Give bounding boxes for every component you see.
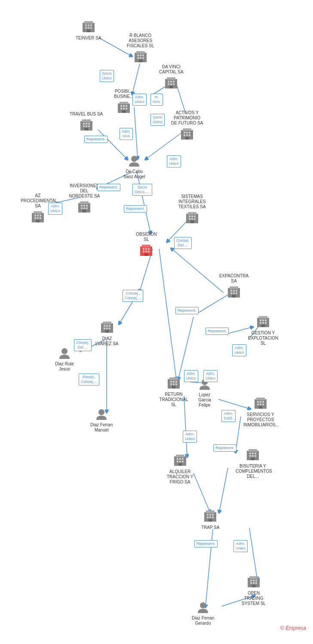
svg-rect-72	[86, 125, 87, 127]
svg-rect-134	[109, 325, 110, 327]
svg-line-27	[249, 528, 257, 579]
badge-adm-solid: Adm.Solid.	[221, 410, 236, 422]
label-sistemas-top: SISTEMASINTEGRALESTEXTILES SA	[178, 194, 206, 210]
svg-rect-38	[87, 30, 90, 32]
node-activos: ACTIVOS YPATRIMONIODE FUTURO SA	[171, 109, 203, 142]
svg-rect-137	[109, 328, 110, 329]
svg-rect-128	[236, 292, 237, 294]
label-davinci-top: DA VINCICAPITAL SA	[159, 64, 184, 75]
badge-adm-unico-gestion: Adm.Unico	[232, 344, 246, 356]
svg-rect-176	[182, 461, 184, 462]
node-teinver: TEINVER SA	[76, 19, 101, 41]
label-bisuteria: BISUTERIA YCOMPLEMENTOSDEL...	[236, 464, 270, 479]
label-diazrute: Diaz RuteJesus	[55, 361, 74, 372]
badge-presid-consej: Presid.,Consej....	[79, 374, 99, 386]
svg-line-26	[219, 468, 228, 512]
svg-rect-74	[85, 128, 88, 131]
svg-rect-163	[260, 401, 261, 403]
svg-rect-78	[186, 132, 188, 134]
badge-adm-unico-pos2: m.nico.	[150, 94, 163, 106]
label-lopezgarcia: LopezGarciaFelipe	[198, 392, 211, 408]
node-diazrute: Diaz RuteJesus	[55, 347, 74, 372]
svg-point-140	[98, 409, 104, 415]
svg-rect-83	[185, 137, 189, 140]
label-diazlvarez: DIAZLVAREZ SA	[95, 336, 119, 346]
svg-rect-203	[255, 582, 257, 584]
svg-rect-53	[168, 83, 169, 85]
person-icon-diazrute	[58, 347, 71, 361]
label-servicios: SERVICIOS YPROYECTOSINMOBILIARIOS...	[243, 412, 278, 428]
svg-rect-143	[170, 381, 172, 383]
svg-rect-82	[189, 134, 190, 136]
badge-represent-gestion: Represent.	[206, 328, 229, 335]
svg-rect-136	[106, 328, 108, 329]
building-icon-teinver	[81, 19, 96, 35]
svg-rect-200	[255, 580, 257, 581]
label-obsidion-top: OBSIDIONSL	[136, 232, 157, 242]
svg-rect-120	[144, 253, 148, 256]
building-icon-gestion	[255, 314, 271, 330]
badge-socio-unico-1: SocioÚnico	[100, 70, 114, 82]
svg-rect-152	[259, 316, 267, 319]
node-servicios: SERVICIOS YPROYECTOSINMOBILIARIOS...	[243, 396, 278, 428]
svg-rect-146	[170, 383, 172, 385]
svg-rect-117	[143, 251, 144, 252]
label-teinver: TEINVER SA	[76, 36, 101, 41]
svg-rect-165	[257, 404, 259, 405]
svg-rect-87	[81, 205, 83, 207]
building-icon-diazlvarez	[99, 320, 115, 335]
svg-rect-184	[252, 455, 254, 457]
svg-rect-156	[260, 322, 261, 324]
svg-rect-50	[168, 81, 169, 82]
svg-line-13	[120, 301, 133, 323]
svg-rect-161	[256, 398, 265, 400]
badge-adm-unico-trap: Adm.Unico	[233, 540, 248, 552]
label-travelbus-top: TRAVEL BUS SA	[70, 112, 103, 117]
svg-rect-76	[183, 128, 191, 131]
svg-rect-113	[142, 245, 150, 247]
diagram-container: TEINVER SA R BLANCOASESORESFISCALES SL D…	[0, 0, 313, 635]
node-lopezgarcia: LopezGarciaFelipe	[198, 378, 212, 408]
svg-rect-162	[257, 401, 259, 403]
building-icon-bisuteria	[245, 447, 261, 463]
svg-rect-40	[136, 51, 145, 54]
label-alquiler: ALQUILERTRACCION YFRIGO SA	[167, 469, 193, 485]
label-posibilidad-top: POSIBI...BUSINE...	[114, 89, 134, 99]
svg-rect-51	[170, 81, 172, 82]
svg-rect-52	[173, 81, 175, 82]
svg-line-25	[193, 473, 210, 512]
svg-rect-67	[82, 119, 91, 122]
svg-rect-93	[83, 210, 86, 213]
node-obsidion: OBSIDIONSL	[136, 231, 157, 258]
building-icon-rblanco	[133, 49, 148, 65]
svg-rect-175	[179, 461, 181, 462]
node-bisuteria: BISUTERIA YCOMPLEMENTOSDEL...	[236, 447, 270, 479]
label-decabo: De CaboSanz Angel	[123, 169, 145, 179]
svg-rect-71	[83, 125, 85, 127]
node-expacontra: EXPACONTRA SA	[217, 273, 251, 300]
svg-rect-197	[249, 576, 258, 579]
svg-rect-119	[148, 251, 150, 252]
label-return: RETURNTRADICIONAL SL	[156, 392, 191, 407]
svg-rect-37	[90, 27, 92, 29]
svg-rect-42	[140, 55, 141, 56]
svg-rect-202	[253, 582, 255, 584]
svg-rect-129	[232, 295, 236, 298]
svg-line-17	[178, 317, 193, 379]
svg-rect-180	[249, 453, 251, 454]
label-expacontra-top: EXPACONTRA SA	[217, 273, 251, 284]
svg-rect-192	[207, 516, 209, 518]
node-trap: TRAP SA	[201, 509, 220, 530]
svg-rect-186	[251, 458, 255, 460]
svg-rect-62	[120, 108, 122, 109]
svg-rect-131	[103, 322, 111, 324]
node-diazferran-manuel: Diaz FerranManuel	[90, 408, 113, 433]
svg-rect-164	[262, 401, 264, 403]
svg-rect-144	[173, 381, 175, 383]
badge-adm-unico-return: Adm.Unico	[184, 370, 198, 382]
svg-rect-95	[34, 211, 42, 214]
badge-consej-del-obs: Consej.Del....	[174, 237, 192, 249]
svg-rect-172	[179, 458, 181, 460]
svg-rect-69	[86, 123, 87, 125]
svg-rect-108	[189, 218, 190, 220]
